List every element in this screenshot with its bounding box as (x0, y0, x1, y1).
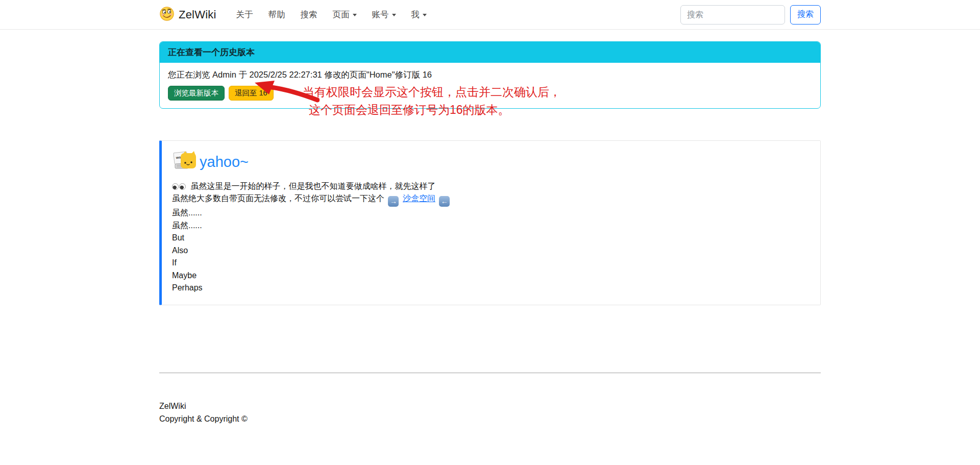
top-navbar: ZelWiki 关于 帮助 搜索 页面 账号 我 搜索 (0, 0, 980, 30)
article-line: If (172, 257, 810, 270)
article-heading-text: yahoo~ (200, 154, 249, 170)
navbar-search-area: 搜索 (680, 5, 821, 25)
article-line: But (172, 232, 810, 244)
nav-item-about[interactable]: 关于 (230, 5, 260, 25)
sandbox-page-link[interactable]: 沙盒空间 (403, 194, 435, 203)
view-latest-version-button[interactable]: 浏览最新版本 (168, 86, 225, 101)
nav-item-search[interactable]: 搜索 (294, 5, 324, 25)
nav-dropdown-me[interactable]: 我 (405, 5, 434, 25)
search-button[interactable]: 搜索 (790, 5, 821, 25)
nav-item-help[interactable]: 帮助 (262, 5, 292, 25)
page: ZelWiki 关于 帮助 搜索 页面 账号 我 搜索 正在查看一个历史版本 您… (0, 0, 980, 465)
smiley-logo-icon (159, 6, 175, 23)
arrow-right-emoji: → (388, 196, 399, 207)
annotation-text-line1: 当有权限时会显示这个按钮，点击并二次确认后， (303, 84, 561, 100)
annotation-text-line2: 这个页面会退回至修订号为16的版本。 (309, 102, 510, 118)
chevron-down-icon (423, 14, 427, 16)
article-heading: wo.. (172, 150, 810, 174)
chevron-down-icon (353, 14, 357, 16)
wiki-article-card: wo.. (159, 140, 821, 305)
brand-title: ZelWiki (179, 8, 216, 21)
footer-site-name: ZelWiki (159, 400, 821, 412)
article-paragraph-2: 虽然绝大多数自带页面无法修改，不过你可以尝试一下这个 → 沙盒空间 ← (172, 192, 810, 207)
article-line: 虽然...... (172, 219, 810, 232)
eyes-emoji (172, 183, 186, 190)
footer-copyright: Copyright & Copyright © (159, 412, 821, 425)
history-alert-zone: 正在查看一个历史版本 您正在浏览 Admin 于 2025/2/25 22:27… (159, 41, 821, 109)
article-line: 虽然...... (172, 207, 810, 219)
nav-dropdown-pages[interactable]: 页面 (326, 5, 363, 25)
article-paragraph-1: 虽然这里是一开始的样子，但是我也不知道要做成啥样，就先这样了 (172, 180, 810, 193)
nav-links: 关于 帮助 搜索 页面 账号 我 (230, 5, 680, 25)
page-footer: ZelWiki Copyright & Copyright © (159, 400, 821, 456)
article-line: Perhaps (172, 282, 810, 295)
search-input[interactable] (680, 5, 785, 25)
typing-cat-sticker: wo.. (172, 150, 198, 174)
alert-title: 正在查看一个历史版本 (160, 42, 820, 63)
arrow-left-emoji: ← (439, 196, 450, 207)
article-line: Maybe (172, 270, 810, 282)
footer-divider (159, 373, 821, 373)
chevron-down-icon (392, 14, 396, 16)
nav-dropdown-account[interactable]: 账号 (365, 5, 403, 25)
article-line: Also (172, 244, 810, 257)
brand-home-link[interactable]: ZelWiki (159, 6, 216, 23)
